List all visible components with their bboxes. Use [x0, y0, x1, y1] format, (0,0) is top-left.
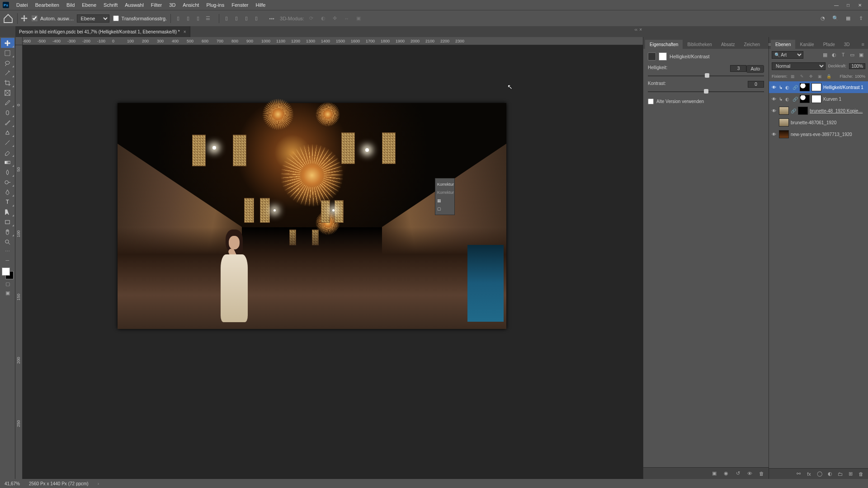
more-options-icon[interactable]: •••: [267, 14, 276, 23]
add-mask-icon[interactable]: ◯: [816, 470, 823, 477]
layer-visibility-icon[interactable]: 👁: [771, 132, 777, 137]
new-group-icon[interactable]: 🗀: [837, 470, 844, 477]
contrast-slider[interactable]: [648, 91, 764, 92]
menu-plugins[interactable]: Plug-ins: [203, 0, 228, 10]
lock-position-icon[interactable]: ✥: [807, 73, 815, 80]
menu-hilfe[interactable]: Hilfe: [252, 0, 269, 10]
document-canvas[interactable]: [118, 103, 506, 329]
brush-tool[interactable]: [1, 117, 14, 127]
window-maximize-button[interactable]: □: [843, 1, 854, 9]
layer-mask-icon[interactable]: [659, 52, 667, 61]
foreground-color-swatch[interactable]: [2, 267, 10, 276]
align-top-icon[interactable]: ▯: [222, 14, 231, 23]
close-panel-group-icon[interactable]: ×: [639, 27, 642, 32]
home-icon[interactable]: [3, 13, 14, 24]
close-tab-icon[interactable]: ×: [184, 29, 186, 34]
quick-mask-icon[interactable]: ▢: [1, 279, 14, 288]
tab-eigenschaften[interactable]: Eigenschaften: [645, 40, 683, 49]
mask-link-icon[interactable]: 🔗: [791, 108, 796, 113]
brightness-slider[interactable]: [648, 75, 764, 76]
type-tool[interactable]: T: [1, 197, 14, 207]
dodge-tool[interactable]: [1, 177, 14, 187]
contrast-value-input[interactable]: 0: [748, 81, 764, 88]
menu-3d[interactable]: 3D: [165, 0, 179, 10]
align-left-icon[interactable]: ▯: [174, 14, 183, 23]
document-info[interactable]: 2560 Px x 1440 Px (72 ppcm): [29, 481, 89, 486]
align-center-h-icon[interactable]: ▯: [184, 14, 193, 23]
layer-name-label[interactable]: new-years-eve-3897713_1920: [791, 132, 866, 137]
window-minimize-button[interactable]: —: [831, 1, 842, 9]
layer-thumbnail[interactable]: [800, 95, 810, 103]
rectangle-tool[interactable]: [1, 217, 14, 227]
adjustment-preset-icon[interactable]: ▢: [437, 205, 453, 213]
layer-row[interactable]: 👁new-years-eve-3897713_1920: [769, 128, 868, 140]
tab-bibliotheken[interactable]: Bibliotheken: [683, 40, 716, 49]
filter-pixel-icon[interactable]: ▦: [821, 51, 829, 59]
layer-name-label[interactable]: Kurven 1: [823, 97, 866, 102]
frame-tool[interactable]: [1, 88, 14, 98]
filter-adjustment-icon[interactable]: ◐: [830, 51, 838, 59]
align-center-v-icon[interactable]: ▯: [232, 14, 241, 23]
filter-type-icon[interactable]: T: [839, 51, 847, 59]
brightness-slider-thumb[interactable]: [705, 73, 709, 78]
layer-visibility-icon[interactable]: 👁: [771, 85, 777, 90]
layer-row[interactable]: 👁↳◐🔗Kurven 1: [769, 93, 868, 105]
distribute-h-icon[interactable]: ☰: [203, 14, 212, 23]
brightness-contrast-icon[interactable]: [648, 52, 656, 61]
reset-icon[interactable]: ↺: [734, 470, 741, 477]
window-close-button[interactable]: ✕: [854, 1, 865, 9]
mask-link-icon[interactable]: 🔗: [793, 85, 798, 90]
brightness-value-input[interactable]: 3: [730, 65, 746, 72]
opacity-input[interactable]: 100%: [849, 63, 865, 69]
edit-toolbar-icon[interactable]: ⋯: [1, 247, 14, 256]
toggle-visibility-icon[interactable]: 👁: [746, 470, 753, 477]
color-swatches[interactable]: [2, 267, 14, 279]
cloud-docs-icon[interactable]: ◔: [818, 14, 827, 23]
layer-visibility-icon[interactable]: 👁: [771, 108, 777, 113]
history-brush-tool[interactable]: [1, 137, 14, 147]
doc-info-arrow-icon[interactable]: ›: [98, 481, 99, 486]
menu-ansicht[interactable]: Ansicht: [179, 0, 203, 10]
tab-kanaele[interactable]: Kanäle: [795, 40, 818, 49]
menu-ebene[interactable]: Ebene: [78, 0, 100, 10]
menu-auswahl[interactable]: Auswahl: [121, 0, 147, 10]
align-right-icon[interactable]: ▯: [193, 14, 203, 23]
move-tool[interactable]: [1, 38, 14, 48]
new-layer-icon[interactable]: ⊞: [847, 470, 854, 477]
menu-bearbeiten[interactable]: Bearbeiten: [32, 0, 63, 10]
adjustment-preset-icon[interactable]: ▦: [437, 197, 453, 205]
auto-select-target-dropdown[interactable]: Ebene: [77, 14, 109, 23]
tab-zeichen[interactable]: Zeichen: [739, 40, 764, 49]
workspace-icon[interactable]: ▦: [844, 14, 853, 23]
share-icon[interactable]: ⇪: [856, 14, 865, 23]
clone-stamp-tool[interactable]: [1, 127, 14, 137]
zoom-level[interactable]: 41,67%: [5, 481, 20, 486]
menu-datei[interactable]: Datei: [13, 0, 32, 10]
menu-filter[interactable]: Filter: [147, 0, 165, 10]
screen-mode-icon[interactable]: ▣: [1, 288, 14, 297]
auto-select-checkbox[interactable]: [32, 15, 38, 21]
layer-filter-kind-dropdown[interactable]: 🔍 Art: [772, 51, 803, 59]
lasso-tool[interactable]: [1, 58, 14, 68]
filter-shape-icon[interactable]: ▭: [848, 51, 856, 59]
pen-tool[interactable]: [1, 187, 14, 197]
new-adjustment-icon[interactable]: ◐: [826, 470, 833, 477]
layer-thumbnail[interactable]: [779, 107, 789, 115]
eraser-tool[interactable]: [1, 147, 14, 157]
healing-brush-tool[interactable]: [1, 108, 14, 117]
layer-visibility-icon[interactable]: 👁: [771, 97, 777, 102]
horizontal-ruler[interactable]: -600-500-400-300-200-1000100200300400500…: [23, 37, 643, 45]
canvas-area[interactable]: -600-500-400-300-200-1000100200300400500…: [15, 37, 643, 479]
layer-mask-thumbnail[interactable]: [811, 95, 821, 103]
crop-tool[interactable]: [1, 78, 14, 88]
tab-absatz[interactable]: Absatz: [717, 40, 740, 49]
lock-transparency-icon[interactable]: ▦: [789, 73, 797, 80]
ruler-origin[interactable]: [15, 37, 23, 45]
fill-input[interactable]: 100%: [855, 74, 865, 79]
layer-row[interactable]: 👁↳◐🔗Helligkeit/Kontrast 1: [769, 81, 868, 93]
search-icon[interactable]: 🔍: [831, 14, 840, 23]
menu-fenster[interactable]: Fenster: [228, 0, 252, 10]
filter-smart-icon[interactable]: ▣: [857, 51, 865, 59]
layer-thumbnail[interactable]: [779, 130, 789, 138]
auto-button[interactable]: Auto: [746, 65, 764, 73]
